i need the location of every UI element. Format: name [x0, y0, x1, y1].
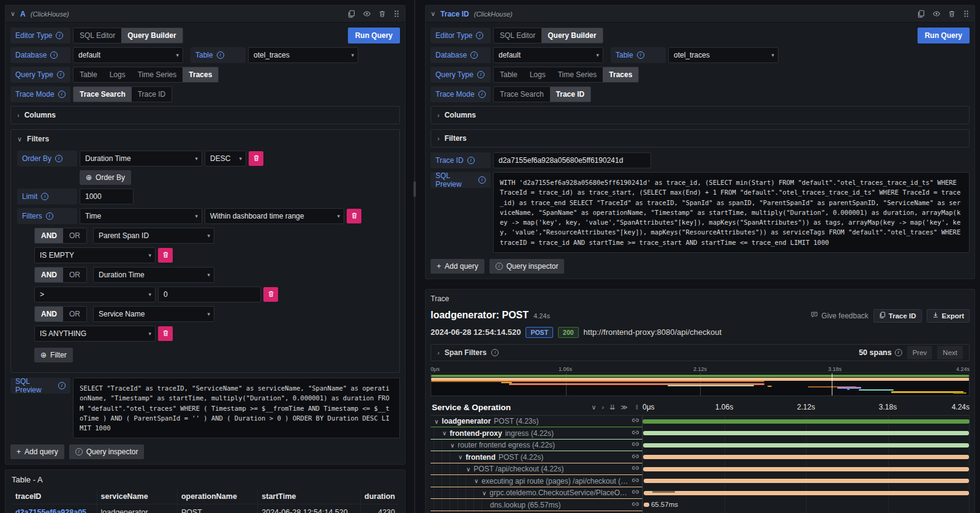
info-icon[interactable]: i — [467, 157, 475, 164]
option-and[interactable]: AND — [35, 307, 63, 321]
eye-icon[interactable] — [363, 10, 371, 18]
chevron-down-icon[interactable]: ∨ — [450, 442, 454, 449]
chevron-right-icon[interactable]: › — [437, 349, 440, 356]
duplicate-icon[interactable] — [917, 10, 925, 18]
give-feedback-button[interactable]: Give feedback — [810, 311, 869, 320]
database-select[interactable]: default▾ — [73, 47, 183, 63]
eye-icon[interactable] — [932, 10, 941, 18]
column-header-operationName[interactable]: operationName — [177, 489, 257, 504]
span-filters-label[interactable]: Span Filters — [445, 348, 487, 357]
info-icon[interactable]: i — [58, 382, 66, 389]
span-name-cell[interactable]: ∨POST /api/checkout (4.22s) — [431, 463, 643, 476]
columns-section[interactable]: ›Columns — [431, 106, 970, 124]
option-traces[interactable]: Traces — [603, 67, 638, 82]
span-name-cell[interactable]: ∨executing api route (pages) /api/checko… — [431, 475, 643, 487]
span-link-icon[interactable] — [631, 464, 642, 474]
span-bar-cell[interactable] — [643, 440, 970, 452]
next-span-button[interactable]: Next — [937, 346, 963, 359]
trace-minimap[interactable]: 0μs1.06s2.12s3.18s4.24s — [431, 366, 970, 396]
span-link-icon[interactable] — [631, 452, 642, 462]
drag-handle-icon[interactable] — [393, 10, 400, 18]
add-query-button[interactable]: +Add query — [10, 444, 64, 459]
filter-field-select[interactable]: Service Name▾ — [93, 306, 214, 322]
chevron-down-icon[interactable]: ∨ — [434, 418, 439, 425]
option-trace-search[interactable]: Trace Search — [494, 87, 550, 102]
span-bar-cell[interactable] — [643, 427, 970, 440]
option-trace-search[interactable]: Trace Search — [74, 87, 132, 102]
info-icon[interactable]: i — [46, 212, 53, 220]
remove-filter-button[interactable] — [347, 209, 361, 223]
add-filter-button[interactable]: ⊕Filter — [34, 348, 73, 362]
filter-operator-select[interactable]: IS ANYTHING▾ — [34, 326, 156, 342]
info-icon[interactable]: i — [491, 349, 499, 356]
filter-field-select[interactable]: Parent Span ID▾ — [93, 228, 214, 244]
option-query-builder[interactable]: Query Builder — [121, 28, 182, 43]
option-traces[interactable]: Traces — [183, 67, 218, 82]
time-filter-field-select[interactable]: Time▾ — [80, 208, 202, 224]
chevron-down-icon[interactable]: ∨ — [442, 430, 447, 436]
chevron-down-icon[interactable]: ∨ — [458, 454, 462, 460]
span-bar-cell[interactable] — [643, 416, 970, 428]
option-trace-id[interactable]: Trace ID — [550, 87, 591, 102]
span-link-icon[interactable] — [631, 429, 642, 438]
filters-section-header[interactable]: ∨Filters — [17, 135, 393, 143]
chevron-down-icon[interactable]: ∨ — [466, 466, 470, 473]
info-icon[interactable]: i — [470, 51, 478, 59]
filter-operator-select[interactable]: IS EMPTY▾ — [34, 247, 156, 263]
span-duration-bar[interactable] — [643, 431, 969, 435]
option-table[interactable]: Table — [74, 67, 104, 82]
remove-filter-button[interactable] — [263, 287, 278, 302]
export-button[interactable]: Export — [927, 309, 970, 323]
trash-icon[interactable] — [379, 10, 386, 18]
span-duration-bar[interactable] — [644, 491, 968, 495]
span-name-cell[interactable]: ∨frontendPOST (4.22s) — [431, 451, 643, 463]
span-duration-bar[interactable] — [644, 503, 649, 507]
filter-field-select[interactable]: Duration Time▾ — [93, 267, 214, 283]
info-icon[interactable]: i — [56, 32, 63, 39]
option-trace-id[interactable]: Trace ID — [132, 87, 172, 102]
span-duration-bar[interactable] — [643, 419, 970, 424]
span-link-icon[interactable] — [631, 416, 642, 426]
query-inspector-button[interactable]: iQuery inspector — [69, 444, 145, 459]
time-filter-value-select[interactable]: Within dashboard time range▾ — [205, 208, 344, 224]
column-header-startTime[interactable]: startTime — [258, 489, 361, 504]
filters-section[interactable]: ›Filters — [431, 129, 970, 148]
option-logs[interactable]: Logs — [104, 67, 132, 82]
option-or[interactable]: OR — [63, 268, 86, 282]
remove-filter-button[interactable] — [158, 248, 173, 263]
order-by-direction-select[interactable]: DESC▾ — [205, 151, 246, 167]
info-icon[interactable]: i — [55, 155, 62, 162]
option-logs[interactable]: Logs — [524, 67, 552, 82]
duplicate-icon[interactable] — [347, 10, 355, 18]
expand-all-icon[interactable]: ≫ — [620, 403, 628, 411]
span-link-icon[interactable] — [631, 488, 642, 498]
option-and[interactable]: AND — [35, 268, 63, 282]
column-header-traceID[interactable]: traceID — [12, 489, 97, 504]
drag-handle-icon[interactable] — [963, 10, 970, 18]
prev-span-button[interactable]: Prev — [907, 346, 933, 359]
panel-divider[interactable] — [414, 0, 415, 513]
info-icon[interactable]: i — [57, 71, 64, 78]
span-duration-bar[interactable] — [643, 443, 969, 447]
run-query-button[interactable]: Run Query — [918, 28, 970, 43]
option-or[interactable]: OR — [63, 307, 86, 321]
collapse-one-icon[interactable]: ∨ — [591, 403, 596, 411]
trace-id-link[interactable]: d2a7155ef6a928a05... — [12, 504, 97, 513]
info-icon[interactable]: i — [41, 193, 48, 200]
column-resize-handle[interactable]: ‖ — [636, 404, 638, 411]
span-bar-cell[interactable] — [643, 451, 970, 463]
run-query-button[interactable]: Run Query — [348, 28, 400, 43]
collapse-chevron-icon[interactable]: ∨ — [431, 10, 435, 18]
option-and[interactable]: AND — [35, 228, 63, 243]
span-bar-cell[interactable] — [643, 463, 970, 476]
span-name-cell[interactable]: dns.lookup (65.57ms) — [431, 499, 643, 511]
option-sql-editor[interactable]: SQL Editor — [74, 28, 121, 43]
collapse-all-icon[interactable]: ⇊ — [609, 403, 615, 411]
order-by-field-select[interactable]: Duration Time▾ — [80, 151, 202, 167]
info-icon[interactable]: i — [478, 91, 486, 98]
trash-icon[interactable] — [948, 10, 956, 18]
column-header-duration[interactable]: duration — [361, 489, 399, 504]
info-icon[interactable]: i — [895, 349, 902, 356]
span-name-cell[interactable]: ∨router frontend egress (4.22s) — [431, 440, 643, 452]
span-bar-cell[interactable] — [643, 487, 970, 500]
